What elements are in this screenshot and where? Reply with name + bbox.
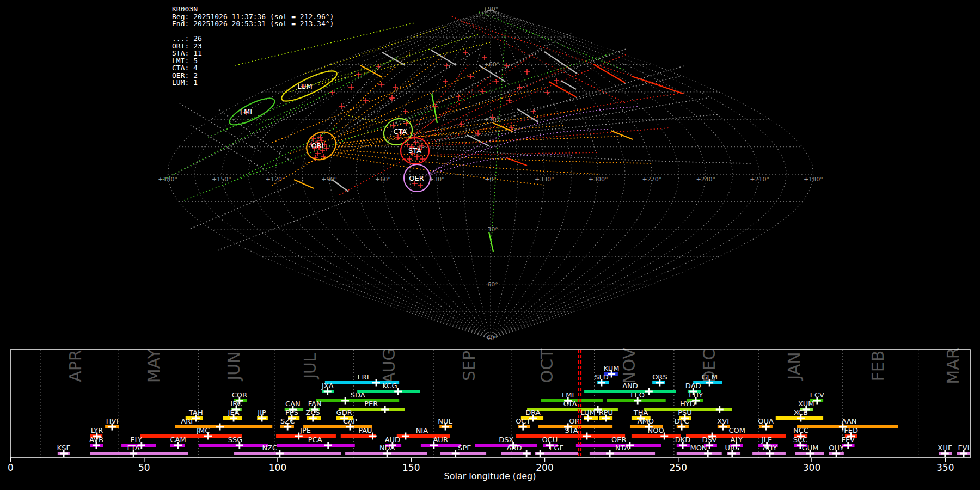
equator-lon-label: +150°: [212, 176, 231, 183]
meteor-streak: [561, 81, 576, 89]
meridian-line: [491, 10, 598, 339]
tick-label-250: 250: [670, 462, 687, 473]
meteor-trail: [332, 65, 490, 139]
shower-label-DKD: DKD: [675, 436, 691, 444]
tick-label-150: 150: [402, 462, 420, 473]
shower-label-NZC: NZC: [262, 444, 277, 452]
shower-JIP: JIP: [257, 408, 268, 422]
radiant-ORI: ORI: [301, 126, 341, 165]
shower-bar-SDA: [316, 399, 399, 402]
shower-peak-ARI: [216, 424, 224, 431]
meteor-trail: [420, 152, 599, 155]
shower-bar-MON: [677, 452, 722, 455]
meteor-trail: [414, 65, 572, 139]
shower-URS: URS: [725, 444, 740, 457]
shower-bar-AUR: [421, 444, 461, 447]
north-pole-label: +90°: [483, 5, 499, 13]
shower-label-ALY: ALY: [730, 436, 742, 444]
equator-lon-label: +30°: [429, 176, 445, 183]
shower-label-PCA: PCA: [308, 436, 322, 444]
meteor-streak: [332, 180, 348, 192]
shower-label-GDR: GDR: [336, 408, 352, 416]
shower-label-JLE: JLE: [761, 436, 772, 444]
shower-label-ECV: ECV: [810, 391, 824, 399]
shower-peak-STA: [583, 433, 591, 440]
shower-bars: KUMERISLDORSGEMJXAKCGANDDADCORSDALMILEOE…: [57, 364, 970, 457]
meteor-streak: [431, 50, 456, 65]
radiant-label-OER: OER: [409, 174, 424, 182]
meteor-trail: [406, 65, 468, 138]
central-lat-label: -60°: [485, 281, 498, 288]
month-label-JUL: JUL: [301, 353, 320, 380]
meteor-trail: [411, 54, 534, 136]
shower-DKD: DKD: [675, 436, 691, 449]
shower-label-COM: COM: [728, 426, 745, 434]
month-label-FEB: FEB: [868, 351, 887, 382]
shower-label-QUA: QUA: [758, 417, 774, 425]
shower-label-OHY: OHY: [829, 444, 844, 452]
meteor-trail: [318, 42, 490, 84]
shower-label-LEO: LEO: [630, 391, 645, 399]
timeline-panel: APRMAYJUNJULAUGSEPOCTNOVDECJANFEBMARKUME…: [8, 347, 970, 481]
shower-label-ELY: ELY: [130, 436, 142, 444]
tick-label-0: 0: [8, 462, 14, 473]
shower-label-URS: URS: [725, 444, 739, 452]
shower-label-OER: OER: [611, 436, 626, 444]
shower-label-JEA: JEA: [228, 408, 240, 416]
shower-bar-SSG: [199, 444, 268, 447]
shower-label-SZC: SZC: [280, 417, 295, 425]
shower-label-SDA: SDA: [351, 391, 365, 399]
shower-NDA: NDA: [345, 444, 427, 457]
meteor-streak: [611, 131, 633, 139]
month-label-MAR: MAR: [944, 347, 963, 384]
shower-EVI: EVI: [957, 444, 970, 457]
shower-JXA: JXA: [321, 382, 334, 395]
meteor-trail: [191, 180, 305, 229]
shower-label-FTA: FTA: [127, 444, 140, 452]
shower-bar-JPE: [276, 434, 336, 438]
radiant-label-LMI: LMI: [240, 108, 252, 116]
shower-label-ARD: ARD: [507, 444, 522, 452]
shower-SZC: SZC: [280, 417, 295, 431]
shower-label-XHE: XHE: [938, 444, 952, 452]
shower-AVB: AVB: [89, 436, 103, 449]
shower-label-NUE: NUE: [438, 417, 452, 425]
shower-NUE: NUE: [438, 417, 452, 431]
equator-lon-label: +210°: [750, 176, 769, 183]
meteor-trail: [218, 199, 354, 250]
shower-label-JPE: JPE: [299, 426, 311, 434]
shower-RPU: RPU: [599, 408, 613, 422]
shower-label-SCC: SCC: [793, 436, 807, 444]
month-label-OCT: OCT: [537, 348, 556, 383]
shower-label-NTA: NTA: [615, 444, 629, 452]
south-pole-label: -90°: [484, 335, 497, 342]
shower-KSE: KSE: [57, 444, 71, 457]
shower-XCB: XCB: [776, 408, 823, 422]
meteor-trail: [436, 98, 708, 142]
shower-label-FED: FED: [844, 426, 858, 434]
x-axis: 050100150200250300350Solar longitude (de…: [8, 458, 954, 481]
tick-label-50: 50: [138, 462, 150, 473]
shower-peak-HYD: [716, 406, 724, 413]
shower-SLD: SLD: [595, 373, 609, 387]
shower-LUM: LUM: [580, 408, 598, 422]
shower-label-DPC: DPC: [675, 417, 689, 425]
meteor-trail: [354, 49, 479, 125]
shower-label-SLD: SLD: [595, 373, 609, 381]
shower-label-OCT: OCT: [516, 417, 530, 425]
shower-peak-NTA: [606, 450, 614, 457]
shower-label-NIA: NIA: [416, 426, 428, 434]
shower-bar-STA: [516, 434, 625, 438]
tick-label-200: 200: [536, 462, 553, 473]
meteor-trail: [452, 16, 626, 103]
meridian-line: [383, 10, 491, 339]
shower-label-GUM: GUM: [802, 444, 819, 452]
shower-label-ZCS: ZCS: [306, 408, 320, 416]
shower-label-ORS: ORS: [652, 373, 667, 381]
shower-label-AND: AND: [622, 382, 638, 390]
shower-label-XCB: XCB: [794, 408, 808, 416]
shower-label-IRC: IRC: [230, 400, 242, 408]
shower-label-HYD: HYD: [680, 400, 695, 408]
shower-bar-NZC: [234, 452, 341, 455]
shower-label-JIP: JIP: [257, 408, 266, 416]
